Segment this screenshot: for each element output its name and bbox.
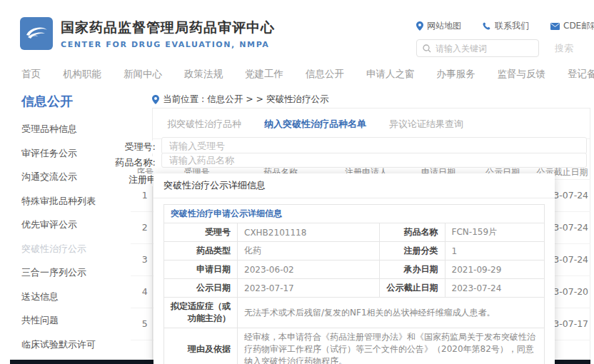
cde-mail-link[interactable]: CDE邮箱 bbox=[550, 20, 594, 32]
sidebar: 信息公开 受理品种信息 审评任务公示 沟通交流公示 特殊审批品种列表 优先审评公… bbox=[21, 93, 129, 364]
nav-services[interactable]: 办事服务 bbox=[437, 68, 475, 81]
sidebar-item-delivery-info[interactable]: 送达信息 bbox=[21, 290, 129, 303]
location-pin-icon bbox=[416, 21, 423, 31]
nav-news[interactable]: 新闻中心 bbox=[124, 68, 162, 81]
reason-value: 经审核，本申请符合《药品注册管理办法》和《国家药监局关于发布突破性治疗药物审评工… bbox=[238, 328, 545, 364]
field-value: 2023-07-17 bbox=[238, 279, 380, 298]
nav-party[interactable]: 党建工作 bbox=[245, 68, 283, 81]
sidebar-title: 信息公开 bbox=[21, 93, 129, 110]
site-logo: 国家药品监督管理局药品审评中心 CENTER FOR DRUG EVALUATI… bbox=[20, 17, 275, 50]
tab-included-breakthrough-list[interactable]: 纳入突破性治疗品种名单 bbox=[264, 118, 366, 131]
modal-body: 突破性治疗申请公示详细信息 受理号 CXHB2101118 药品名称 FCN-1… bbox=[153, 198, 555, 364]
indication-label: 拟定适应症（或功能主治） bbox=[164, 298, 238, 328]
reason-label: 理由及依据 bbox=[164, 328, 238, 364]
accept-no-label: 受理号: bbox=[107, 141, 156, 153]
nav-policy[interactable]: 政策法规 bbox=[184, 68, 223, 81]
modal-title: 突破性治疗公示详细信息 bbox=[153, 173, 555, 198]
main-nav: 首页 机构职能 新闻中心 政策法规 党建工作 信息公开 申请人之窗 办事服务 监… bbox=[21, 68, 594, 81]
page: 国家药品监督管理局药品审评中心 CENTER FOR DRUG EVALUATI… bbox=[0, 0, 594, 364]
field-value: CXHB2101118 bbox=[238, 223, 380, 242]
field-label: 申请日期 bbox=[164, 261, 238, 279]
magnifier-icon bbox=[423, 44, 431, 53]
nav-registration-platform[interactable]: 登记备案平台 bbox=[568, 68, 594, 81]
sidebar-item-common-issues[interactable]: 共性问题 bbox=[21, 314, 129, 327]
nav-applicant-window[interactable]: 申请人之窗 bbox=[366, 68, 415, 81]
header-search: 搜索 bbox=[416, 39, 573, 57]
location-pin-icon bbox=[152, 95, 159, 104]
tab-objection-results[interactable]: 异议论证结果查询 bbox=[389, 118, 463, 131]
field-label: 注册分类 bbox=[379, 242, 445, 261]
field-value: 2023-07-24 bbox=[445, 279, 544, 298]
site-subtitle: CENTER FOR DRUG EVALUATION, NMPA bbox=[61, 40, 275, 49]
detail-table: 突破性治疗申请公示详细信息 受理号 CXHB2101118 药品名称 FCN-1… bbox=[163, 204, 545, 364]
header-quick-links: 网站地图 联系我们 CDE邮箱 bbox=[416, 20, 594, 32]
field-label: 受理号 bbox=[164, 223, 238, 242]
accept-no-input[interactable] bbox=[161, 137, 587, 154]
field-value: 1 bbox=[445, 242, 544, 261]
search-box[interactable] bbox=[416, 39, 539, 57]
tabs: 拟突破性治疗品种 纳入突破性治疗品种名单 异议论证结果查询 bbox=[153, 108, 590, 139]
sidebar-item-priority-review[interactable]: 优先审评公示 bbox=[21, 218, 129, 231]
tab-proposed-breakthrough[interactable]: 拟突破性治疗品种 bbox=[167, 118, 241, 131]
breadcrumb-text: 当前位置 : 信息公开 > > 突破性治疗公示 bbox=[163, 93, 329, 106]
search-button[interactable]: 搜索 bbox=[555, 42, 573, 55]
sitemap-link[interactable]: 网站地图 bbox=[416, 20, 461, 32]
field-label: 药品名称 bbox=[379, 223, 445, 242]
field-value: 2023-06-02 bbox=[238, 261, 380, 279]
sidebar-item-three-in-one[interactable]: 三合一序列公示 bbox=[21, 266, 129, 279]
sidebar-item-communication[interactable]: 沟通交流公示 bbox=[21, 171, 129, 183]
sidebar-item-breakthrough-therapy[interactable]: 突破性治疗公示 bbox=[21, 243, 129, 256]
phone-icon bbox=[483, 22, 491, 31]
sidebar-item-clinical-trial-license[interactable]: 临床试验默示许可 bbox=[21, 338, 129, 351]
sidebar-item-accepted-varieties[interactable]: 受理品种信息 bbox=[21, 123, 129, 136]
sitemap-label: 网站地图 bbox=[427, 20, 461, 32]
cde-swoosh-logo-icon bbox=[20, 17, 53, 50]
keyword-search-input[interactable] bbox=[436, 44, 533, 54]
nav-home[interactable]: 首页 bbox=[21, 68, 41, 81]
nav-info-disclosure[interactable]: 信息公开 bbox=[306, 68, 344, 81]
cde-mail-label: CDE邮箱 bbox=[563, 20, 594, 32]
detail-modal: 突破性治疗公示详细信息 突破性治疗申请公示详细信息 受理号 CXHB210111… bbox=[153, 173, 555, 364]
field-value: 2021-09-29 bbox=[445, 261, 544, 279]
breadcrumb: 当前位置 : 信息公开 > > 突破性治疗公示 bbox=[152, 93, 329, 106]
nav-functions[interactable]: 机构职能 bbox=[63, 68, 101, 81]
sidebar-item-special-approval[interactable]: 特殊审批品种列表 bbox=[21, 195, 129, 208]
field-value: 化药 bbox=[238, 242, 380, 261]
field-label: 药品类型 bbox=[164, 242, 238, 261]
envelope-icon bbox=[550, 23, 560, 30]
contact-label: 联系我们 bbox=[495, 20, 529, 32]
indication-value: 无法手术或术后残留/复发的NF1相关的丛状神经纤维瘤成人患者。 bbox=[238, 298, 545, 328]
field-label: 公示截止日期 bbox=[379, 279, 445, 298]
field-label: 承办日期 bbox=[379, 261, 445, 279]
field-label: 公示日期 bbox=[164, 279, 238, 298]
nav-supervision[interactable]: 监督与反馈 bbox=[498, 68, 546, 81]
detail-section-title: 突破性治疗申请公示详细信息 bbox=[164, 205, 545, 223]
field-value: FCN-159片 bbox=[445, 223, 544, 242]
contact-link[interactable]: 联系我们 bbox=[483, 20, 529, 32]
site-title: 国家药品监督管理局药品审评中心 bbox=[61, 19, 275, 37]
